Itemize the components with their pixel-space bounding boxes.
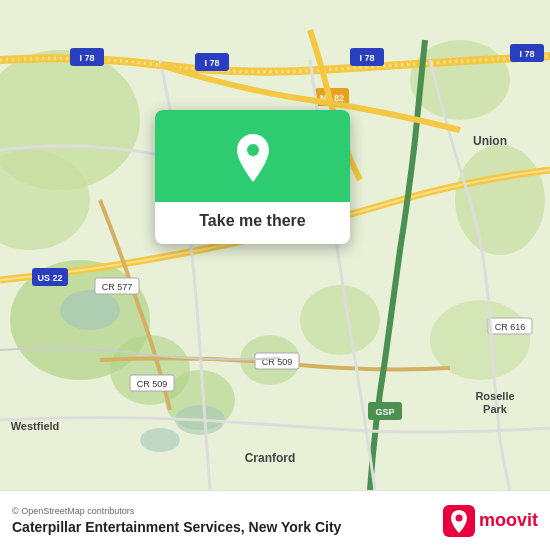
moovit-logo[interactable]: moovit: [443, 505, 538, 537]
popup-card[interactable]: Take me there: [155, 110, 350, 244]
svg-text:CR 509: CR 509: [137, 379, 168, 389]
svg-point-13: [140, 428, 180, 452]
bottom-left: © OpenStreetMap contributors Caterpillar…: [12, 506, 443, 535]
svg-text:I 78: I 78: [204, 58, 219, 68]
svg-text:GSP: GSP: [375, 407, 394, 417]
popup-green-area: [155, 110, 350, 202]
svg-text:CR 577: CR 577: [102, 282, 133, 292]
bottom-bar: © OpenStreetMap contributors Caterpillar…: [0, 490, 550, 550]
svg-text:Union: Union: [473, 134, 507, 148]
svg-text:US 22: US 22: [37, 273, 62, 283]
moovit-text: moovit: [479, 510, 538, 531]
svg-text:I 78: I 78: [519, 49, 534, 59]
map-pin-icon: [231, 132, 275, 184]
attribution-text: © OpenStreetMap contributors: [12, 506, 443, 516]
popup-label[interactable]: Take me there: [183, 202, 321, 244]
svg-point-45: [455, 514, 462, 521]
svg-text:CR 616: CR 616: [495, 322, 526, 332]
map-container[interactable]: I 78 I 78 I 78 I 78 NJ 82 US 22 US 22 CR…: [0, 0, 550, 490]
svg-text:Westfield: Westfield: [11, 420, 60, 432]
svg-point-43: [247, 144, 259, 156]
location-name: Caterpillar Entertainment Services, New …: [12, 519, 443, 535]
svg-text:Park: Park: [483, 403, 508, 415]
svg-text:Cranford: Cranford: [245, 451, 296, 465]
moovit-brand-icon: [443, 505, 475, 537]
svg-text:I 78: I 78: [359, 53, 374, 63]
svg-text:I 78: I 78: [79, 53, 94, 63]
svg-text:Roselle: Roselle: [475, 390, 514, 402]
svg-point-9: [300, 285, 380, 355]
svg-point-11: [60, 290, 120, 330]
